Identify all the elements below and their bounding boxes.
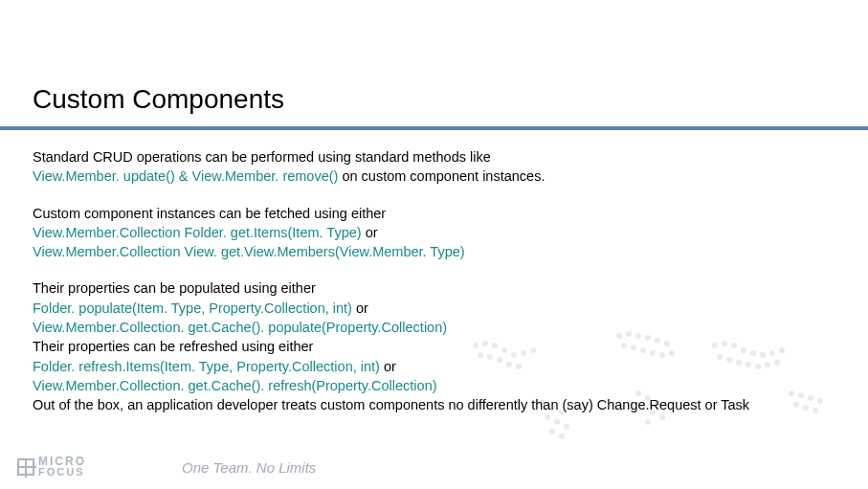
tagline: One Team. No Limits: [182, 459, 316, 476]
paragraph-2: Custom component instances can be fetche…: [33, 204, 835, 262]
text: on custom component instances.: [342, 168, 545, 184]
svg-point-50: [554, 419, 560, 425]
text: or: [356, 300, 368, 316]
content-area: Standard CRUD operations can be performe…: [0, 130, 868, 415]
text: Out of the box, an application developer…: [33, 397, 749, 412]
logo-text: MICRO FOCUS: [38, 456, 86, 478]
logo-mark-icon: [17, 458, 34, 476]
code-text: View.Member.Collection View. get.View.Me…: [33, 244, 465, 259]
code-text: View.Member. update() & View.Member. rem…: [33, 168, 342, 184]
text: Standard CRUD operations can be performe…: [33, 149, 491, 165]
svg-point-51: [564, 424, 569, 430]
svg-point-59: [659, 414, 665, 420]
code-text: View.Member.Collection. get.Cache(). ref…: [33, 378, 437, 393]
slide: Custom Components Standard CRUD operatio…: [0, 0, 868, 489]
svg-point-53: [559, 433, 565, 439]
code-text: View.Member.Collection Folder. get.Items…: [33, 225, 366, 240]
code-text: Folder. populate(Item. Type, Property.Co…: [33, 300, 356, 316]
logo-line2: FOCUS: [38, 467, 86, 478]
text: or: [366, 225, 378, 240]
paragraph-3: Their properties can be populated using …: [33, 278, 835, 414]
svg-point-49: [545, 414, 550, 420]
text: Custom component instances can be fetche…: [33, 206, 386, 221]
svg-point-60: [645, 419, 651, 425]
brand-logo: MICRO FOCUS: [17, 456, 86, 478]
code-text: View.Member.Collection. get.Cache(). pop…: [33, 320, 447, 335]
code-text: Folder. refresh.Items(Item. Type, Proper…: [33, 359, 384, 374]
svg-point-52: [549, 429, 555, 434]
paragraph-1: Standard CRUD operations can be performe…: [33, 147, 835, 187]
text: Their properties can be populated using …: [33, 280, 316, 296]
text: Their properties can be refreshed using …: [33, 339, 313, 354]
page-title: Custom Components: [0, 0, 868, 122]
text: or: [384, 359, 396, 374]
